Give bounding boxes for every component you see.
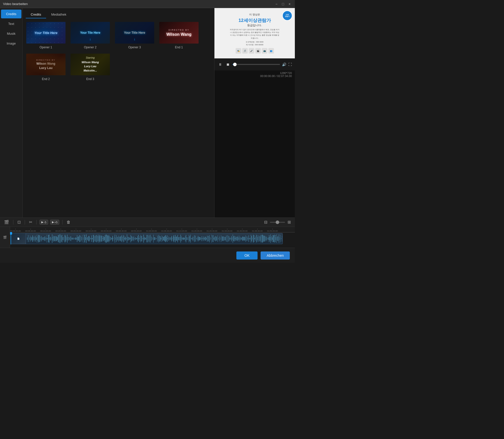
- stop-button[interactable]: ⏹: [225, 61, 231, 67]
- timeline-content: 🎬 00:00:00.00 00:06:40.00 00:13:20.00 00…: [0, 227, 295, 248]
- rating-badge: 12세 관람가: [282, 11, 292, 21]
- preview-korean-title: 이 영상은: [249, 13, 260, 16]
- progress-thumb: [233, 63, 237, 66]
- bottom-bar: OK Abbrechen: [0, 248, 295, 263]
- end1-name: Wilson Wang: [166, 32, 192, 37]
- ruler-mark-5: 00:33:20.00: [86, 229, 96, 232]
- ruler-mark-3: 00:20:00.00: [55, 229, 66, 232]
- opener3-title: Your Title Here: [124, 31, 145, 34]
- film-tool-button[interactable]: 🎬: [3, 219, 10, 225]
- opener1-title: Your Title Here: [34, 31, 57, 35]
- template-opener1[interactable]: Your Title Here Opener 1: [26, 21, 66, 49]
- opener3-thumb[interactable]: Your Title Here ↓: [114, 21, 155, 44]
- end2-thumb[interactable]: DIRECTED BY Wilson WangLucy Lau: [26, 53, 66, 76]
- player-controls: ⏸ ⏹ 🔊 ⛶: [214, 58, 295, 70]
- template-opener2[interactable]: Your Tile Here ↓ Opener 2: [70, 21, 110, 49]
- speed-plus-button[interactable]: ▶ +5: [50, 220, 59, 225]
- timeline-track: 00:00:00.00 00:06:40.00 00:13:20.00 00:2…: [10, 227, 295, 248]
- end3-thumb[interactable]: Starring Wilson WangLucy LauMalcolm...: [70, 53, 110, 76]
- timeline-clip[interactable]: 📄: [11, 233, 283, 244]
- speed-plus-label: +5: [54, 221, 58, 224]
- preview-image-content: 12세 관람가 이 영상은 12세이상관람가 등급입니다. 저작권자의 허가 없…: [214, 8, 295, 58]
- preview-panel: 12세 관람가 이 영상은 12세이상관람가 등급입니다. 저작권자의 허가 없…: [214, 8, 295, 248]
- crop-tool-button[interactable]: ⊡: [16, 219, 22, 225]
- template-end2[interactable]: DIRECTED BY Wilson WangLucy Lau End 2: [26, 53, 66, 81]
- tool-separator-2: [25, 220, 25, 225]
- preview-info: 1280*720 00:00:00.00 / 02:07:34.00: [214, 70, 295, 79]
- ruler-mark-6: 00:40:00.00: [101, 229, 111, 232]
- tool-separator-4: [62, 220, 62, 225]
- clip-waveform: [26, 233, 283, 244]
- opener2-arrow-icon: ↓: [89, 37, 91, 41]
- opener3-label: Opener 3: [128, 46, 141, 49]
- sidebar-item-text[interactable]: Text: [1, 19, 21, 28]
- speed-minus-button[interactable]: ▶ -5: [40, 220, 48, 225]
- template-end1[interactable]: DIRECTED BY Wilson Wang End 1: [159, 21, 199, 49]
- preview-description: 저작권자의 허가 없이 온라인에서 플랫폼에서 배포, 전송을 하거나 공공장소…: [230, 28, 280, 40]
- progress-bar[interactable]: [233, 64, 280, 65]
- end1-label: End 1: [175, 46, 183, 49]
- pause-button[interactable]: ⏸: [217, 61, 223, 67]
- opener3-arrow-icon: ↓: [134, 37, 136, 41]
- fullscreen-icon[interactable]: ⛶: [288, 62, 292, 66]
- template-end3[interactable]: Starring Wilson WangLucy LauMalcolm... E…: [70, 53, 110, 81]
- timeline-playhead[interactable]: [11, 233, 11, 244]
- timeline-track-label: 🎬: [0, 227, 10, 248]
- maximize-button[interactable]: □: [281, 2, 285, 6]
- speed-plus-icon: ▶: [52, 221, 54, 224]
- zoom-in-button[interactable]: ⊞: [287, 219, 292, 225]
- sidebar: Credits Text Musik Image: [0, 8, 23, 248]
- end3-starring-label: Starring: [86, 56, 94, 59]
- opener2-thumb[interactable]: Your Tile Here ↓: [70, 21, 110, 44]
- preview-icon-1: 🎭: [236, 48, 241, 54]
- ruler-mark-8: 00:53:20.00: [131, 229, 142, 232]
- tab-mediathek[interactable]: Mediathek: [46, 11, 71, 18]
- opener1-thumb[interactable]: Your Title Here: [26, 21, 66, 44]
- delete-tool-button[interactable]: 🗑: [66, 220, 72, 225]
- speed-minus-label: -5: [44, 221, 46, 224]
- preview-rating-suffix: 등급입니다.: [247, 23, 262, 27]
- tab-credits[interactable]: Credits: [26, 11, 46, 18]
- end1-directed-label: DIRECTED BY: [169, 29, 190, 31]
- ruler-mark-11: 01:13:20.00: [176, 229, 187, 232]
- window-title: Video bearbeiten: [3, 2, 28, 6]
- ruler-mark-14: 01:33:20.00: [222, 229, 232, 232]
- sidebar-item-musik[interactable]: Musik: [1, 29, 21, 38]
- ruler-mark-13: 01:26:40.00: [207, 229, 217, 232]
- ruler-mark-17: 01:53:20.00: [267, 229, 278, 232]
- opener2-title: Your Tile Here: [80, 31, 100, 34]
- minimize-button[interactable]: −: [274, 2, 279, 6]
- cancel-button[interactable]: Abbrechen: [261, 251, 290, 260]
- tab-bar: Credits Mediathek: [26, 11, 211, 18]
- template-opener3[interactable]: Your Title Here ↓ Opener 3: [114, 21, 155, 49]
- preview-icon-2: 🎵: [242, 48, 248, 54]
- sidebar-item-image[interactable]: Image: [1, 39, 21, 48]
- preview-video: 12세 관람가 이 영상은 12세이상관람가 등급입니다. 저작권자의 허가 없…: [214, 8, 295, 58]
- tool-separator-3: [36, 220, 37, 225]
- zoom-track[interactable]: [270, 222, 285, 223]
- clip-thumbnail: 📄: [11, 233, 26, 244]
- end1-thumb[interactable]: DIRECTED BY Wilson Wang: [159, 21, 199, 44]
- volume-icon[interactable]: 🔊: [282, 62, 286, 66]
- main-layout: Credits Text Musik Image Credits Mediath…: [0, 8, 295, 248]
- opener1-label: Opener 1: [40, 46, 52, 49]
- ruler-mark-15: 01:40:00.00: [237, 229, 247, 232]
- preview-source-info: 오규책판명 : 000 0000제 자라명 : 000 00000: [246, 41, 263, 46]
- tool-separator-1: [13, 220, 13, 225]
- opener2-label: Opener 2: [84, 46, 97, 49]
- preview-timecode: 00:00:00.00 / 02:07:34.00: [217, 75, 292, 78]
- sidebar-item-credits[interactable]: Credits: [1, 10, 21, 18]
- preview-icons-row: 🎭 🎵 🎤 🎬 📺 👥: [236, 48, 274, 54]
- timeline-clips: 📄: [10, 232, 295, 244]
- zoom-out-button[interactable]: ⊟: [263, 219, 268, 225]
- close-button[interactable]: ×: [287, 2, 292, 6]
- scissors-tool-button[interactable]: ✂: [28, 219, 33, 225]
- preview-blue-rating: 12세이상관람가: [238, 17, 271, 23]
- templates-grid: Your Title Here Opener 1 Your Tile Here …: [26, 21, 211, 81]
- end2-label: End 2: [42, 77, 50, 81]
- end3-label: End 3: [86, 77, 94, 81]
- end3-names: Wilson WangLucy LauMalcolm...: [82, 60, 99, 73]
- ok-button[interactable]: OK: [236, 251, 258, 260]
- ruler-mark-7: 00:46:40.00: [116, 229, 127, 232]
- timeline-toolbar: 🎬 ⊡ ✂ ▶ -5 ▶ +5 🗑 ⊟ ⊞: [0, 218, 295, 227]
